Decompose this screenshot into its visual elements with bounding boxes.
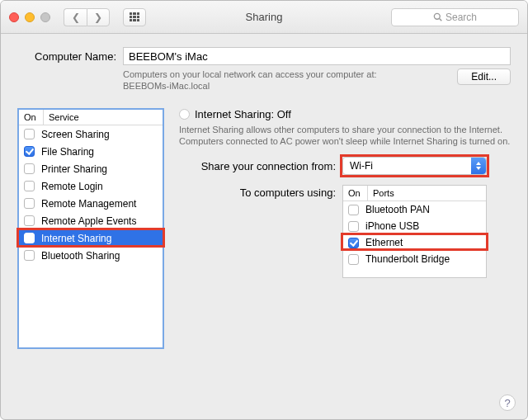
service-row[interactable]: Bluetooth Sharing: [19, 247, 163, 264]
service-label: Remote Management: [41, 198, 136, 210]
service-row[interactable]: Internet Sharing: [19, 229, 163, 247]
minimize-window-button[interactable]: [25, 12, 35, 22]
detail-title: Internet Sharing: Off: [195, 108, 291, 120]
service-row[interactable]: Remote Management: [19, 195, 163, 212]
to-computers-label: To computers using:: [179, 185, 336, 199]
share-from-value: Wi-Fi: [350, 160, 373, 172]
share-from-label: Share your connection from:: [179, 160, 336, 172]
port-label: Thunderbolt Bridge: [365, 253, 450, 265]
service-label: Remote Apple Events: [41, 215, 136, 227]
port-checkbox[interactable]: [348, 254, 359, 265]
zoom-window-button[interactable]: [40, 12, 50, 22]
computer-name-label: Computer Name:: [17, 50, 116, 63]
titlebar: ❮ ❯ Sharing Search: [1, 1, 527, 34]
internet-sharing-detail: Internet Sharing: Off Internet Sharing a…: [179, 108, 511, 349]
chevron-updown-icon: [471, 158, 486, 174]
ports-header: On Ports: [343, 186, 486, 201]
port-row[interactable]: Bluetooth PAN: [343, 201, 486, 218]
service-label: Remote Login: [41, 181, 103, 192]
port-row[interactable]: iPhone USB: [343, 218, 486, 234]
port-checkbox[interactable]: [348, 205, 359, 215]
help-button[interactable]: ?: [499, 394, 516, 411]
service-row[interactable]: Remote Login: [19, 177, 163, 195]
port-row[interactable]: Thunderbolt Bridge: [343, 251, 486, 267]
computer-name-hint: Computers on your local network can acce…: [123, 68, 412, 92]
ports-header-ports[interactable]: Ports: [368, 186, 486, 201]
svg-point-0: [434, 13, 440, 19]
service-checkbox[interactable]: [24, 129, 35, 139]
services-body: Screen SharingFile SharingPrinter Sharin…: [19, 125, 163, 264]
services-table: On Service Screen SharingFile SharingPri…: [17, 108, 164, 349]
columns: On Service Screen SharingFile SharingPri…: [17, 108, 511, 349]
sharing-preferences-window: ❮ ❯ Sharing Search Computer Name: Comput…: [0, 0, 528, 420]
computer-name-row: Computer Name:: [17, 47, 511, 65]
svg-line-1: [440, 19, 442, 21]
service-checkbox[interactable]: [24, 250, 35, 261]
service-row[interactable]: Printer Sharing: [19, 160, 163, 177]
detail-status-radio: [179, 109, 190, 120]
share-from-row: Share your connection from: Wi-Fi: [179, 157, 511, 175]
service-checkbox[interactable]: [24, 146, 35, 157]
content: Computer Name: Computers on your local n…: [1, 34, 527, 359]
highlight-ethernet: [341, 233, 488, 251]
port-row[interactable]: Ethernet: [343, 234, 486, 251]
service-label: Screen Sharing: [41, 129, 110, 140]
service-label: Internet Sharing: [41, 233, 111, 244]
service-row[interactable]: File Sharing: [19, 143, 163, 160]
services-header-on[interactable]: On: [19, 110, 44, 125]
port-checkbox[interactable]: [348, 238, 359, 248]
service-checkbox[interactable]: [24, 163, 35, 174]
close-window-button[interactable]: [9, 12, 19, 22]
services-header: On Service: [19, 110, 163, 125]
service-checkbox[interactable]: [24, 215, 35, 226]
service-checkbox[interactable]: [24, 181, 35, 191]
ports-body: Bluetooth PANiPhone USBEthernetThunderbo…: [343, 201, 486, 277]
edit-hostname-button[interactable]: Edit...: [457, 68, 511, 85]
service-checkbox[interactable]: [24, 233, 35, 243]
back-button[interactable]: ❮: [64, 8, 87, 26]
computer-name-hint-row: Computers on your local network can acce…: [17, 68, 511, 92]
service-row[interactable]: Screen Sharing: [19, 125, 163, 143]
grid-icon: [130, 12, 139, 22]
service-label: Bluetooth Sharing: [41, 250, 120, 262]
ports-table: On Ports Bluetooth PANiPhone USBEthernet…: [342, 185, 487, 278]
computer-name-field[interactable]: [123, 47, 511, 65]
ports-header-on[interactable]: On: [343, 186, 368, 201]
services-header-service[interactable]: Service: [44, 110, 163, 125]
port-label: iPhone USB: [365, 220, 419, 232]
search-placeholder: Search: [446, 12, 477, 23]
window-controls: [9, 12, 50, 22]
port-label: Bluetooth PAN: [365, 204, 430, 215]
service-label: Printer Sharing: [41, 163, 107, 175]
service-checkbox[interactable]: [24, 198, 35, 209]
search-input[interactable]: Search: [391, 8, 519, 26]
share-from-select[interactable]: Wi-Fi: [342, 157, 487, 175]
nav-buttons: ❮ ❯: [64, 8, 110, 26]
detail-title-row: Internet Sharing: Off: [179, 108, 511, 120]
search-icon: [433, 12, 442, 21]
show-all-button[interactable]: [123, 8, 146, 26]
port-checkbox[interactable]: [348, 221, 359, 232]
to-computers-row: To computers using: On Ports Bluetooth P…: [179, 185, 511, 278]
port-label: Ethernet: [365, 237, 403, 248]
service-row[interactable]: Remote Apple Events: [19, 212, 163, 229]
detail-description: Internet Sharing allows other computers …: [179, 124, 511, 147]
forward-button[interactable]: ❯: [87, 8, 110, 26]
service-label: File Sharing: [41, 146, 94, 158]
